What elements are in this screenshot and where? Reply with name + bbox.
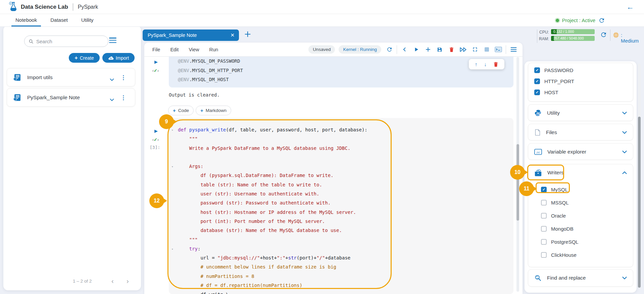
checkbox-checked-icon[interactable]: ✓ xyxy=(534,67,540,73)
move-cell-down-icon[interactable]: ↓ xyxy=(484,61,487,67)
menu-file[interactable]: File xyxy=(152,47,160,52)
fold-arrow-icon[interactable]: ▾ xyxy=(171,162,173,171)
code-line: password (str): Password to authenticate… xyxy=(169,198,513,208)
checkbox-label: MongoDB xyxy=(551,226,574,232)
checkbox-row[interactable]: MSSQL xyxy=(528,196,633,209)
terminal-icon[interactable] xyxy=(494,45,503,54)
pagination-next-icon[interactable]: › xyxy=(127,277,129,285)
back-arrow-icon[interactable]: ← xyxy=(627,3,634,11)
divider xyxy=(506,45,506,54)
plus-icon[interactable] xyxy=(424,45,432,54)
project-refresh-icon[interactable] xyxy=(598,17,605,24)
pagination-prev-icon[interactable]: ‹ xyxy=(111,277,114,285)
search-input[interactable] xyxy=(36,39,93,44)
checkbox-label: MSSQL xyxy=(551,200,569,205)
play-icon[interactable] xyxy=(412,45,420,54)
chevron-down-icon[interactable] xyxy=(622,275,627,281)
find-replace-label: Find and replace xyxy=(547,275,586,281)
run-cell-icon[interactable]: ▶ xyxy=(154,128,158,133)
list-item-import-utils[interactable]: Import utils ⋮ xyxy=(7,68,135,86)
code-cell-pyspark-write[interactable]: ▾def pyspark_write(df, table, user, pass… xyxy=(169,118,513,294)
fold-arrow-icon[interactable]: ▾ xyxy=(171,126,173,135)
cell-actions-toolbar: ↑ ↓ xyxy=(469,59,504,69)
tab-notebook[interactable]: Notebook xyxy=(11,14,41,26)
checkbox-unchecked-icon[interactable] xyxy=(541,200,547,205)
chevron-left-icon[interactable] xyxy=(400,45,409,54)
checkbox-checked-icon[interactable]: ✓ xyxy=(534,90,540,95)
notebook-scrollbar-thumb[interactable] xyxy=(516,144,519,221)
tab-dataset[interactable]: Dataset xyxy=(46,14,72,26)
checkbox-row[interactable]: Oracle xyxy=(528,209,633,222)
chevron-up-icon[interactable] xyxy=(622,170,627,176)
tools-scrollbar-thumb[interactable] xyxy=(638,117,641,288)
code-line: # df = df.repartition(numPartitions) xyxy=(169,281,513,290)
menu-run[interactable]: Run xyxy=(209,47,218,52)
menu-edit[interactable]: Edit xyxy=(170,47,179,52)
search-box[interactable] xyxy=(24,36,108,47)
import-button[interactable]: Import xyxy=(102,53,135,63)
status-dot-icon xyxy=(556,19,559,22)
add-notebook-tab-icon[interactable] xyxy=(244,31,251,39)
checkbox-row[interactable]: ✓HOST xyxy=(528,87,633,98)
kebab-menu-icon[interactable]: ⋮ xyxy=(120,74,126,81)
close-icon[interactable]: ✕ xyxy=(230,32,235,38)
checkbox-unchecked-icon[interactable] xyxy=(541,252,547,258)
menu-icon[interactable] xyxy=(509,45,518,54)
cpu-label: CPU: xyxy=(539,30,549,35)
tab-utility[interactable]: Utility xyxy=(77,14,98,26)
add-markdown-cell-button[interactable]: + Markdown xyxy=(196,106,231,115)
section-label: Utility xyxy=(547,110,560,116)
kebab-menu-icon[interactable]: ⋮ xyxy=(120,94,126,101)
checkbox-row[interactable]: PostgreSQL xyxy=(528,235,633,248)
section-header[interactable]: Utility xyxy=(528,105,633,121)
move-cell-up-icon[interactable]: ↑ xyxy=(475,61,478,67)
checkbox-row[interactable]: MongoDB xyxy=(528,222,633,235)
menu-view[interactable]: View xyxy=(189,47,199,52)
create-button[interactable]: + Create xyxy=(69,53,100,63)
checkbox-row[interactable]: ✓MySQL xyxy=(528,183,633,196)
code-line xyxy=(169,153,513,162)
writers-card: Writers ✓MySQLMSSQLOracleMongoDBPostgreS… xyxy=(528,164,633,267)
delete-cell-icon[interactable] xyxy=(493,61,498,67)
refresh-icon[interactable] xyxy=(385,45,394,54)
delete-icon[interactable] xyxy=(447,45,456,54)
checkbox-label: PASSWORD xyxy=(544,67,573,73)
find-replace-section[interactable]: Find and replace xyxy=(528,270,633,286)
section-header[interactable]: Files xyxy=(528,124,633,141)
chevron-down-icon[interactable] xyxy=(622,149,627,155)
main-nav: Notebook Dataset Utility Project : Activ… xyxy=(0,14,644,27)
checkbox-unchecked-icon[interactable] xyxy=(541,239,547,245)
fullscreen-icon[interactable] xyxy=(470,45,479,54)
run-cell-icon[interactable]: ▶ xyxy=(154,59,158,64)
env-variables-card: ✓PASSWORD✓HTTP_PORT✓HOST xyxy=(528,63,633,102)
list-item-pyspark-sample-note[interactable]: PySpark_Sample Note ⋮ xyxy=(7,88,135,107)
checkbox-row[interactable]: ClickHouse xyxy=(528,248,633,261)
run-all-icon[interactable] xyxy=(459,45,467,54)
chevron-down-icon[interactable] xyxy=(110,97,114,103)
checkbox-unchecked-icon[interactable] xyxy=(541,213,547,219)
cell-executed-icon: ‹✓› xyxy=(152,68,159,73)
fold-arrow-icon[interactable]: ▾ xyxy=(171,245,173,254)
code-line: url = "jdbc:mysql://"+host+":"+str(port)… xyxy=(169,253,513,262)
checkbox-row[interactable]: ✓PASSWORD xyxy=(528,65,633,76)
code-cell-env[interactable]: @ENV.MYSQL_DM_PASSWORD@ENV.MYSQL_DM_HTTP… xyxy=(169,57,513,87)
checkbox-unchecked-icon[interactable] xyxy=(541,226,547,232)
chevron-down-icon[interactable] xyxy=(622,110,627,116)
code-line: host (str): Hostname or IP address of th… xyxy=(169,208,513,217)
checkbox-row[interactable]: ✓HTTP_PORT xyxy=(528,76,633,87)
section-header[interactable]: (x)Variable explorer xyxy=(528,143,633,160)
chevron-down-icon[interactable] xyxy=(622,129,627,135)
checkbox-checked-icon[interactable]: ✓ xyxy=(541,187,547,192)
code-line: # numPartitions = 8 xyxy=(169,272,513,281)
checkbox-checked-icon[interactable]: ✓ xyxy=(534,78,540,84)
cpu-usage-value: 0.132 / 1.000 xyxy=(553,30,574,34)
open-notebook-tab[interactable]: PySpark_Sample Note ✕ xyxy=(143,30,239,41)
save-icon[interactable] xyxy=(435,45,444,54)
sidebar-menu-icon[interactable] xyxy=(109,38,116,44)
stop-icon[interactable] xyxy=(482,45,491,54)
project-status: Project : Active xyxy=(556,14,605,26)
resources-refresh-icon[interactable] xyxy=(600,31,607,40)
chevron-down-icon[interactable] xyxy=(110,76,114,82)
writers-section-header[interactable]: Writers xyxy=(528,164,633,181)
add-code-cell-button[interactable]: + Code xyxy=(168,106,194,115)
